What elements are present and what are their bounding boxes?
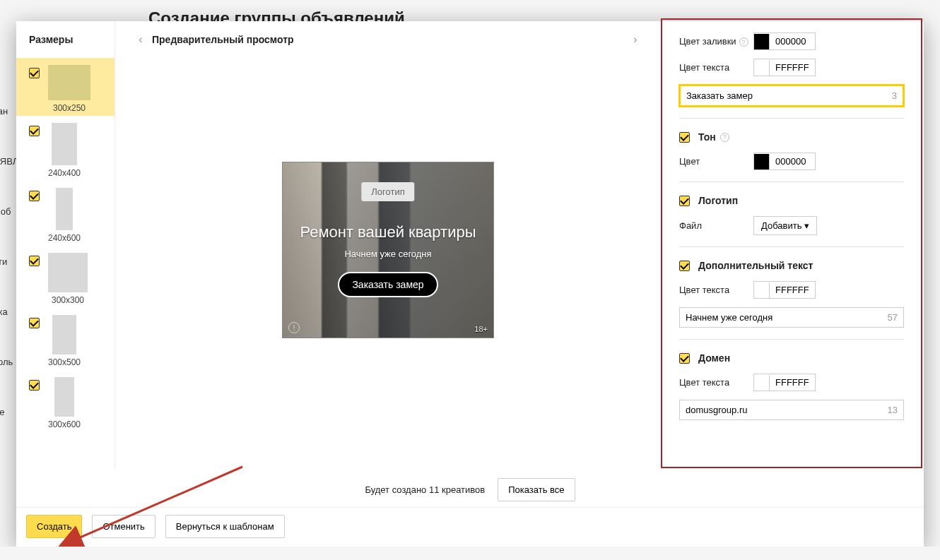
- logo-file-label: Файл: [679, 220, 753, 231]
- cta-text-input[interactable]: [681, 86, 886, 105]
- extra-text-input[interactable]: [680, 308, 882, 327]
- creative-editor-modal: Размеры 300x250240x400240x600300x300300x…: [16, 21, 924, 547]
- size-label: 300x600: [48, 419, 81, 429]
- tone-color-label: Цвет: [679, 156, 753, 167]
- create-button[interactable]: Создать: [26, 515, 82, 538]
- extra-color-input[interactable]: [770, 282, 815, 298]
- logo-add-button[interactable]: Добавить ▾: [753, 216, 817, 235]
- text-color-swatch[interactable]: [754, 60, 770, 76]
- tone-checkbox[interactable]: [679, 132, 690, 143]
- size-checkbox[interactable]: [29, 68, 40, 78]
- info-icon[interactable]: !: [288, 322, 300, 333]
- fill-color-swatch[interactable]: [754, 34, 770, 49]
- size-item-300x500[interactable]: 300x500: [16, 308, 114, 370]
- size-thumb: [52, 315, 76, 355]
- domain-color-input[interactable]: [770, 374, 815, 391]
- domain-color-swatch[interactable]: [754, 375, 770, 391]
- extra-color-label: Цвет текста: [679, 285, 753, 295]
- size-thumb: [52, 123, 77, 165]
- cta-text-field[interactable]: 3: [679, 85, 904, 107]
- next-arrow[interactable]: ›: [627, 31, 644, 48]
- footer-info-row: Будет создано 11 креативов Показать все: [16, 470, 924, 507]
- size-item-300x600[interactable]: 300x600: [16, 370, 114, 432]
- tone-section-label: Тон: [698, 131, 716, 143]
- extra-char-count: 57: [882, 312, 903, 323]
- preview-panel: ‹ Предварительный просмотр › Логотип Рем…: [115, 21, 661, 470]
- tone-color-swatch[interactable]: [754, 154, 770, 169]
- fill-color-field[interactable]: [753, 32, 816, 50]
- size-checkbox[interactable]: [29, 256, 40, 266]
- age-badge: 18+: [474, 325, 488, 333]
- help-icon[interactable]: ?: [720, 133, 729, 142]
- logo-section-label: Логотип: [698, 195, 738, 206]
- size-label: 300x250: [53, 103, 86, 113]
- ad-headline: Ремонт вашей квартиры: [300, 223, 476, 242]
- size-label: 240x400: [48, 168, 81, 178]
- size-checkbox[interactable]: [29, 318, 40, 328]
- extra-text-checkbox[interactable]: [679, 261, 690, 271]
- fill-color-input[interactable]: [770, 33, 815, 49]
- text-color-label: Цвет текста: [679, 62, 753, 73]
- chevron-down-icon: ▾: [804, 220, 809, 231]
- domain-color-field[interactable]: [753, 374, 816, 391]
- ad-cta-button[interactable]: Заказать замер: [338, 272, 437, 297]
- tone-color-field[interactable]: [753, 153, 816, 170]
- footer-actions: Создать Отменить Вернуться к шаблонам: [16, 507, 924, 547]
- domain-char-count: 13: [882, 405, 903, 415]
- extra-text-section-label: Дополнительный текст: [698, 260, 813, 271]
- domain-color-label: Цвет текста: [679, 377, 753, 388]
- cta-char-count: 3: [886, 90, 903, 101]
- extra-text-field[interactable]: 57: [679, 307, 904, 328]
- size-item-300x250[interactable]: 300x250: [16, 58, 114, 116]
- logo-checkbox[interactable]: [679, 196, 690, 206]
- size-thumb: [56, 188, 73, 230]
- logo-placeholder: Логотип: [361, 182, 414, 201]
- back-to-templates-button[interactable]: Вернуться к шаблонам: [165, 515, 285, 538]
- help-icon[interactable]: ?: [739, 37, 748, 47]
- sizes-header: Размеры: [16, 21, 114, 58]
- tone-color-input[interactable]: [770, 153, 815, 169]
- size-checkbox[interactable]: [29, 380, 40, 391]
- size-checkbox[interactable]: [29, 191, 40, 201]
- size-item-240x600[interactable]: 240x600: [16, 181, 114, 246]
- text-color-field[interactable]: [753, 59, 816, 76]
- sizes-sidebar: Размеры 300x250240x400240x600300x300300x…: [16, 21, 115, 470]
- cancel-button[interactable]: Отменить: [92, 515, 155, 538]
- size-item-300x300[interactable]: 300x300: [16, 246, 114, 308]
- extra-color-field[interactable]: [753, 281, 816, 299]
- size-thumb: [48, 253, 88, 292]
- size-label: 240x600: [48, 233, 81, 243]
- domain-checkbox[interactable]: [679, 353, 690, 364]
- size-thumb: [48, 65, 90, 100]
- size-label: 300x300: [52, 295, 84, 305]
- fill-color-label: Цвет заливки?: [679, 36, 753, 47]
- ad-subline: Начнем уже сегодня: [344, 249, 431, 259]
- prev-arrow[interactable]: ‹: [132, 31, 149, 48]
- size-thumb: [54, 377, 74, 417]
- domain-text-field[interactable]: 13: [679, 400, 904, 420]
- ad-creative: Логотип Ремонт вашей квартиры Начнем уже…: [282, 162, 494, 338]
- preview-title: Предварительный просмотр: [152, 34, 294, 45]
- extra-color-swatch[interactable]: [754, 282, 770, 298]
- properties-panel: Цвет заливки? Цвет текста 3: [661, 18, 922, 468]
- size-item-240x400[interactable]: 240x400: [16, 116, 114, 181]
- domain-text-input[interactable]: [680, 400, 882, 419]
- domain-section-label: Домен: [698, 352, 730, 364]
- creative-count-info: Будет создано 11 креативов: [365, 484, 485, 495]
- show-all-button[interactable]: Показать все: [498, 478, 575, 501]
- text-color-input[interactable]: [770, 59, 815, 76]
- sizes-list: 300x250240x400240x600300x300300x500300x6…: [16, 58, 114, 470]
- size-label: 300x500: [48, 357, 81, 367]
- size-checkbox[interactable]: [29, 126, 40, 136]
